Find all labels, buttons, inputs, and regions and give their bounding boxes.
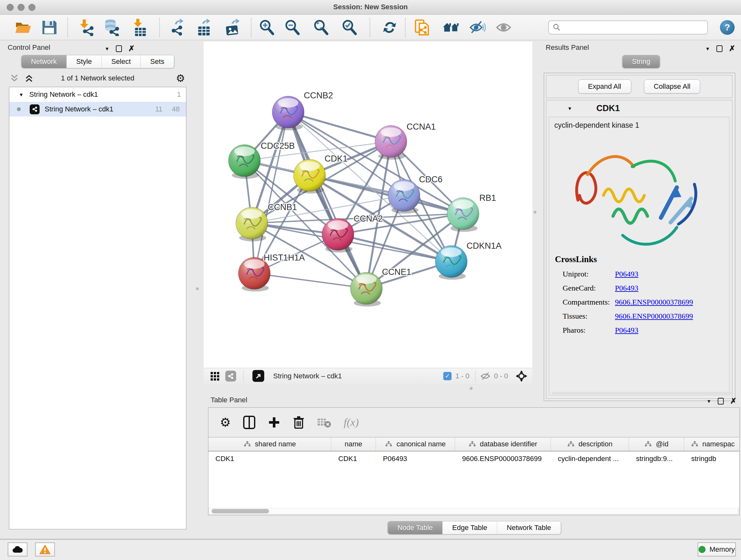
add-column-icon[interactable] <box>268 416 280 429</box>
refresh-view-icon[interactable] <box>381 19 398 36</box>
collapse-all-button[interactable]: Collapse All <box>644 79 700 94</box>
float-panel-icon[interactable] <box>717 45 723 52</box>
tab-network[interactable]: Network <box>21 55 67 68</box>
node-label-HIST1H1A: HIST1H1A <box>264 253 305 262</box>
collapse-panel-icon[interactable]: ▼ <box>705 46 710 51</box>
search-input[interactable] <box>563 22 707 33</box>
save-session-icon[interactable] <box>41 19 58 36</box>
float-panel-icon[interactable] <box>116 45 122 52</box>
collapse-panel-icon[interactable]: ▼ <box>706 398 711 404</box>
tab-node-table[interactable]: Node Table <box>388 521 443 534</box>
network-canvas[interactable]: CCNB2CCNA1CDC25BCDK1CDC6RB1CCNB1CCNA2CDK… <box>204 42 532 368</box>
table-row[interactable]: CDK1CDK1P064939606.ENSP00000378699cyclin… <box>208 451 739 466</box>
zoom-fit-icon[interactable] <box>313 19 330 36</box>
network-label: String Network – cdk1 <box>45 105 113 113</box>
gene-header[interactable]: ▼ CDK1 <box>546 100 732 116</box>
tab-style[interactable]: Style <box>67 55 102 68</box>
houses-icon[interactable] <box>442 19 460 36</box>
expand-all-button[interactable]: Expand All <box>578 79 631 94</box>
open-session-icon[interactable] <box>14 19 31 36</box>
crosslink-link[interactable]: P06493 <box>615 270 638 278</box>
column-header-name[interactable]: name <box>331 437 376 451</box>
selected-checkbox-icon[interactable]: ✓ <box>443 372 452 380</box>
float-panel-icon[interactable] <box>718 398 724 405</box>
show-columns-icon[interactable] <box>243 415 256 429</box>
show-hidden-icon[interactable] <box>495 19 512 36</box>
node-CDK1[interactable]: CDK1 <box>293 154 347 193</box>
control-panel: Control Panel ▼ ✗ NetworkStyleSelectSets… <box>4 42 191 530</box>
results-scrollbar[interactable] <box>552 392 732 394</box>
column-header-@id[interactable]: @id <box>629 437 684 451</box>
collapse-panel-icon[interactable]: ▼ <box>105 46 110 51</box>
horizontal-splitter-handle[interactable] <box>470 387 473 390</box>
crosslink-link[interactable]: 9606.ENSP00000378699 <box>615 312 693 320</box>
scrollbar-thumb[interactable] <box>212 509 269 513</box>
tab-network-table[interactable]: Network Table <box>497 521 561 534</box>
import-network-database-icon[interactable] <box>103 19 120 36</box>
table-cell[interactable]: 9606.ENSP00000378699 <box>455 451 551 466</box>
birdseye-target-icon[interactable] <box>515 370 528 382</box>
memory-button[interactable]: Memory <box>697 543 736 557</box>
node-label-CDC25B: CDC25B <box>261 141 295 151</box>
node-CDC6[interactable]: CDC6 <box>388 175 443 213</box>
table-cell[interactable]: P06493 <box>376 451 455 466</box>
warnings-button[interactable] <box>35 543 55 557</box>
crosslink-link[interactable]: P06493 <box>615 326 638 334</box>
network-collection-row[interactable]: ▼ String Network – cdk1 1 <box>9 87 186 102</box>
delete-column-icon[interactable] <box>293 415 305 429</box>
cloud-button[interactable] <box>8 543 27 557</box>
right-splitter-handle[interactable] <box>534 211 536 213</box>
export-network-icon[interactable] <box>168 19 185 36</box>
zoom-in-icon[interactable] <box>258 19 275 36</box>
duplicate-network-icon[interactable] <box>414 19 431 36</box>
node-HIST1H1A[interactable]: HIST1H1A <box>239 253 305 292</box>
network-share-view-icon[interactable] <box>225 371 236 381</box>
results-panel: Results Panel ▼ ✗ String Expand All Coll… <box>542 42 740 393</box>
import-table-icon[interactable] <box>131 19 148 36</box>
close-panel-icon[interactable]: ✗ <box>128 44 135 53</box>
column-header-namespac[interactable]: namespac <box>684 437 739 451</box>
column-header-database-identifier[interactable]: database identifier <box>455 437 551 451</box>
detach-view-icon[interactable] <box>253 370 264 382</box>
table-cell[interactable]: CDK1 <box>331 451 376 466</box>
node-CCNB2[interactable]: CCNB2 <box>272 91 333 130</box>
import-network-icon[interactable] <box>78 19 95 36</box>
column-header-description[interactable]: description <box>551 437 629 451</box>
edge-HIST1H1A-CCNE1[interactable] <box>254 273 366 288</box>
table-cell[interactable]: stringdb <box>684 451 739 466</box>
table-cell[interactable]: CDK1 <box>208 451 331 466</box>
gear-icon[interactable]: ⚙ <box>176 73 185 83</box>
tab-select[interactable]: Select <box>102 55 141 68</box>
table-cell[interactable]: stringdb:9... <box>629 451 684 466</box>
zoom-out-icon[interactable] <box>284 19 301 36</box>
collapse-tree-icon[interactable]: ▼ <box>19 92 23 98</box>
export-image-icon[interactable] <box>224 19 241 36</box>
tab-edge-table[interactable]: Edge Table <box>443 521 497 534</box>
help-button[interactable]: ? <box>720 20 735 35</box>
table-cell[interactable]: cyclin-dependent ... <box>551 451 629 466</box>
node-RB1[interactable]: RB1 <box>447 193 496 232</box>
grid-view-icon[interactable] <box>210 371 219 381</box>
table-horizontal-scrollbar[interactable] <box>209 508 738 514</box>
node-CDKN1A[interactable]: CDKN1A <box>435 241 502 280</box>
column-header-shared-name[interactable]: shared name <box>208 437 331 451</box>
close-panel-icon[interactable]: ✗ <box>730 396 737 406</box>
hide-selected-icon[interactable] <box>468 19 486 36</box>
close-panel-icon[interactable]: ✗ <box>729 44 735 53</box>
title-bar: Session: New Session <box>0 0 741 15</box>
string-network-graph[interactable]: CCNB2CCNA1CDC25BCDK1CDC6RB1CCNB1CCNA2CDK… <box>204 42 532 368</box>
node-CCNA1[interactable]: CCNA1 <box>375 122 436 160</box>
table-settings-icon[interactable]: ⚙ <box>220 416 231 428</box>
zoom-selected-icon[interactable] <box>341 19 358 36</box>
edge-CCNB2-HIST1H1A[interactable] <box>254 112 288 273</box>
tab-sets[interactable]: Sets <box>141 55 174 68</box>
tab-string[interactable]: String <box>622 55 660 68</box>
crosslink-label: Pharos: <box>555 326 615 334</box>
crosslink-link[interactable]: P06493 <box>615 284 638 293</box>
network-row-selected[interactable]: String Network – cdk1 11 48 <box>9 102 186 117</box>
collapse-gene-icon[interactable]: ▼ <box>567 106 572 111</box>
left-splitter-handle[interactable] <box>196 287 199 290</box>
column-header-canonical-name[interactable]: canonical name <box>376 437 455 451</box>
crosslink-link[interactable]: 9606.ENSP00000378699 <box>615 298 693 307</box>
export-table-icon[interactable] <box>195 19 212 36</box>
